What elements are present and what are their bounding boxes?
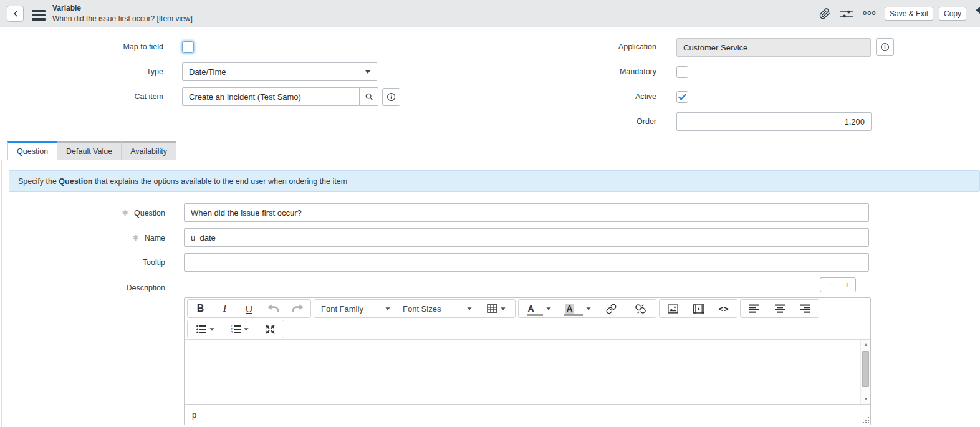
bullet-list-button[interactable] — [188, 321, 223, 337]
name-value: u_date — [191, 233, 216, 242]
required-icon: ✱ — [122, 209, 128, 218]
name-input[interactable]: u_date — [184, 228, 869, 247]
form-header: Variable When did the issue first occur?… — [0, 0, 980, 27]
editor-shrink-button[interactable]: − — [820, 277, 838, 292]
info-icon — [387, 92, 396, 102]
name-label: ✱Name — [0, 233, 165, 242]
chevron-down-icon — [365, 70, 370, 74]
tooltip-input[interactable] — [184, 253, 869, 272]
insert-image-button[interactable] — [660, 300, 686, 317]
editor-resize-handle[interactable] — [862, 416, 869, 423]
mandatory-label: Mandatory — [492, 67, 656, 76]
redo-button[interactable] — [286, 300, 310, 317]
align-right-icon — [800, 304, 810, 313]
order-input[interactable]: 1,200 — [676, 112, 872, 131]
insert-media-button[interactable] — [686, 300, 711, 317]
chevron-down-icon — [244, 328, 248, 331]
editor-status-bar: p — [185, 404, 870, 425]
bullet-list-icon — [196, 325, 206, 333]
table-button[interactable] — [478, 300, 514, 317]
editor-resize-buttons: − + — [820, 277, 856, 292]
numbered-list-button[interactable]: 1 2 3 — [223, 321, 257, 337]
source-code-button[interactable]: <> — [711, 300, 736, 317]
table-icon — [487, 304, 497, 313]
order-value: 1,200 — [844, 117, 865, 127]
active-checkbox[interactable] — [676, 91, 688, 103]
search-icon — [365, 92, 373, 101]
toolbar-group-color-link: A A — [518, 299, 656, 318]
application-value: Customer Service — [683, 43, 747, 52]
cat-item-value: Create an Incident (Test Samo) — [189, 92, 301, 102]
editor-toolbar: B I U — [185, 298, 870, 340]
info-message-bar: Specify the Question that explains the o… — [9, 170, 980, 192]
underline-button[interactable]: U — [237, 300, 261, 317]
tab-content-left-border — [1, 160, 2, 427]
order-label: Order — [492, 117, 656, 126]
italic-button[interactable]: I — [213, 300, 237, 317]
element-path: p — [192, 410, 196, 420]
scroll-down-icon[interactable]: ▼ — [861, 395, 871, 403]
record-subtitle: When did the issue first occur? [Item vi… — [52, 14, 193, 23]
mandatory-checkbox[interactable] — [676, 66, 688, 78]
chevron-down-icon — [209, 328, 214, 331]
copy-button[interactable]: Copy — [939, 7, 966, 21]
description-label: Description — [0, 284, 165, 292]
clipped-icon[interactable] — [976, 7, 980, 14]
toolbar-group-text-style: B I U — [187, 299, 311, 318]
font-family-select[interactable]: Font Family — [315, 300, 396, 317]
background-color-icon: A — [564, 304, 582, 314]
undo-button[interactable] — [261, 300, 286, 317]
fullscreen-button[interactable] — [257, 321, 283, 337]
align-left-icon — [749, 304, 759, 313]
tab-availability[interactable]: Availability — [122, 141, 176, 160]
tab-default-value[interactable]: Default Value — [57, 141, 122, 160]
cat-item-label: Cat item — [0, 92, 163, 101]
editor-scrollbar[interactable]: ▲ ▼ — [860, 340, 870, 404]
font-sizes-select[interactable]: Font Sizes — [396, 300, 478, 317]
fullscreen-icon — [266, 325, 275, 334]
scroll-up-icon[interactable]: ▲ — [861, 340, 871, 349]
editor-content-area[interactable]: ▲ ▼ — [185, 340, 870, 404]
align-center-icon — [775, 304, 785, 313]
cat-item-input[interactable]: Create an Incident (Test Samo) — [182, 87, 360, 106]
media-icon — [693, 304, 704, 314]
back-button[interactable] — [7, 6, 24, 22]
remove-link-button[interactable] — [626, 300, 655, 317]
redo-icon — [292, 304, 304, 314]
attachment-icon[interactable] — [818, 7, 832, 21]
form-tabs: Question Default Value Availability — [7, 141, 176, 160]
tab-question[interactable]: Question — [7, 141, 57, 160]
insert-link-button[interactable] — [597, 300, 626, 317]
more-options-icon[interactable]: ooo — [863, 9, 877, 16]
map-to-field-checkbox[interactable] — [182, 41, 194, 53]
chevron-down-icon — [385, 307, 390, 310]
link-icon — [606, 304, 617, 314]
bold-button[interactable]: B — [188, 300, 213, 317]
scrollbar-thumb[interactable] — [862, 351, 869, 387]
editor-grow-button[interactable]: + — [838, 277, 856, 292]
personalize-form-icon[interactable] — [840, 7, 853, 21]
application-field: Customer Service — [676, 38, 871, 57]
map-to-field-label: Map to field — [0, 42, 163, 51]
application-info-button[interactable] — [876, 38, 894, 56]
cat-item-info-button[interactable] — [382, 88, 400, 106]
toolbar-group-lists: 1 2 3 — [187, 320, 284, 338]
text-color-button[interactable]: A — [519, 300, 558, 317]
align-right-button[interactable] — [792, 300, 818, 317]
save-exit-button[interactable]: Save & Exit — [885, 7, 933, 21]
background-color-button[interactable]: A — [558, 300, 597, 317]
cat-item-lookup-button[interactable] — [359, 87, 378, 106]
undo-icon — [267, 304, 279, 314]
header-titles: Variable When did the issue first occur?… — [52, 4, 193, 23]
active-label: Active — [492, 92, 656, 101]
chevron-down-icon — [501, 307, 505, 310]
align-left-button[interactable] — [741, 300, 767, 317]
align-center-button[interactable] — [767, 300, 792, 317]
info-icon — [880, 42, 890, 52]
unlink-icon — [635, 304, 646, 314]
chevron-left-icon — [11, 9, 20, 18]
chevron-down-icon — [586, 307, 590, 310]
question-input[interactable]: When did the issue first occur? — [184, 203, 869, 222]
type-select[interactable]: Date/Time — [182, 62, 377, 81]
context-menu-icon[interactable] — [32, 10, 46, 22]
